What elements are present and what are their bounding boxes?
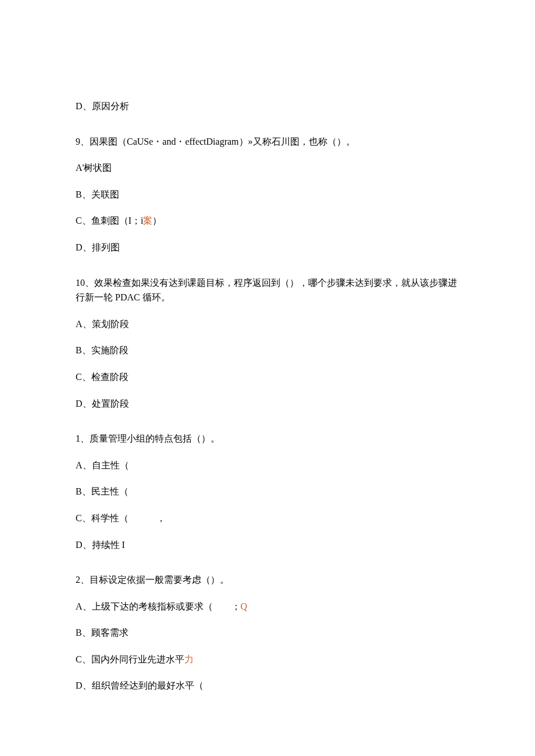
qm2-option-a-highlight: Q bbox=[241, 601, 248, 611]
q10-option-b: B、实施阶段 bbox=[76, 343, 459, 358]
qm2-option-a: A、上级下达的考核指标或要求（ ；Q bbox=[76, 599, 459, 614]
qm2-option-d: D、组织曾经达到的最好水平（ bbox=[76, 678, 459, 693]
qm2-option-c: C、国内外同行业先进水平力 bbox=[76, 652, 459, 667]
q9-option-b: B、关联图 bbox=[76, 187, 459, 202]
q9-text: 9、因果图（CaUSe・and・effectDiagram）»又称石川图，也称（… bbox=[76, 134, 459, 149]
qm1-option-c: C、科学性（ ， bbox=[76, 511, 459, 526]
q9-option-a: A'树状图 bbox=[76, 160, 459, 175]
q10-option-c: C、检查阶段 bbox=[76, 370, 459, 385]
qm2-option-c-highlight: 力 bbox=[184, 654, 194, 664]
q9-option-c-highlight: 案 bbox=[143, 216, 152, 225]
qm2-option-a-prefix: A、上级下达的考核指标或要求（ ； bbox=[76, 601, 241, 611]
qm1-text: 1、质量管理小组的特点包括（）。 bbox=[76, 431, 459, 446]
q10-option-a: A、策划阶段 bbox=[76, 317, 459, 332]
qm1-option-b: B、民主性（ bbox=[76, 484, 459, 499]
qm2-option-c-prefix: C、国内外同行业先进水平 bbox=[76, 654, 184, 664]
qm1-option-a: A、自主性（ bbox=[76, 458, 459, 473]
q9-option-c-prefix: C、鱼刺图（I；i bbox=[76, 216, 143, 225]
q9-option-c: C、鱼刺图（I；i案） bbox=[76, 213, 459, 228]
qm2-text: 2、目标设定依据一般需要考虑（）。 bbox=[76, 572, 459, 587]
q9-option-d: D、排列图 bbox=[76, 240, 459, 255]
q8-option-d: D、原因分析 bbox=[76, 99, 459, 114]
q9-option-c-suffix: ） bbox=[152, 216, 162, 225]
document-page: D、原因分析 9、因果图（CaUSe・and・effectDiagram）»又称… bbox=[0, 0, 535, 756]
qm2-option-b: B、顾客需求 bbox=[76, 625, 459, 640]
qm1-option-d: D、持续性 I bbox=[76, 538, 459, 553]
q10-option-d: D、处置阶段 bbox=[76, 396, 459, 411]
q10-text: 10、效果检查如果没有达到课题目标，程序返回到（），哪个步骤未达到要求，就从该步… bbox=[76, 275, 459, 305]
